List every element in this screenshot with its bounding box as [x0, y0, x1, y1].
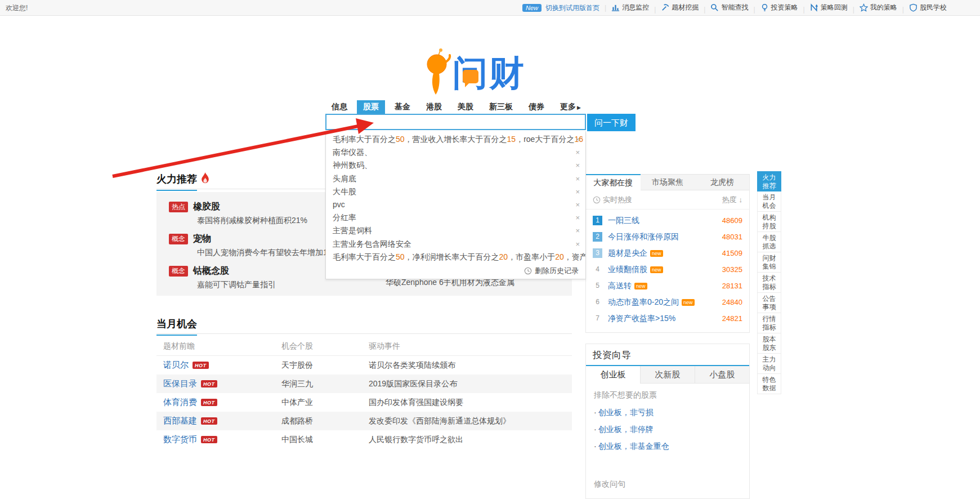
new-badge: new — [682, 299, 695, 306]
theme-link[interactable]: 体育消费 HOT — [163, 397, 281, 408]
trending-item: 4 业绩翻倍股new 30325 — [593, 261, 742, 278]
history-item[interactable]: 主营是饲料× — [326, 224, 585, 237]
search-tab-基金[interactable]: 基金 — [388, 100, 417, 114]
search-tab-更多[interactable]: 更多▶ — [554, 100, 587, 114]
theme-link[interactable]: 西部基建 HOT — [163, 416, 281, 426]
clear-history-button[interactable]: 删除历史记录 — [326, 264, 585, 279]
close-icon[interactable]: × — [575, 159, 580, 172]
side-nav-公告事项[interactable]: 公告事项 — [757, 293, 781, 313]
history-item[interactable]: 南华仪器、× — [326, 146, 585, 159]
stock-cell[interactable]: 成都路桥 — [281, 416, 369, 426]
guide-query-link[interactable]: 创业板，非停牌 — [594, 421, 741, 438]
trending-link[interactable]: 动态市盈率0-20之间new — [608, 297, 722, 308]
star-icon — [860, 3, 868, 12]
heat-value: 24821 — [722, 314, 742, 323]
stock-cell[interactable]: 华润三九 — [281, 379, 369, 389]
table-row: 诺贝尔 HOT 天宇股份 诺贝尔各类奖项陆续颁布 — [156, 356, 572, 375]
hot-item-name[interactable]: 宠物 — [193, 233, 211, 245]
top-nav-magnifier[interactable]: 智能查找 — [710, 3, 748, 12]
table-header-row: 题材前瞻机会个股驱动事件 — [156, 337, 572, 356]
side-nav-问财集锦[interactable]: 问财集锦 — [757, 252, 781, 273]
theme-link[interactable]: 数字货币 HOT — [163, 434, 281, 445]
history-item[interactable]: pvc× — [326, 198, 585, 211]
trending-list: 1 一阳三线 486092 今日涨停和涨停原因 480313 题材是央企new … — [586, 210, 749, 332]
close-icon[interactable]: × — [575, 146, 580, 159]
close-icon[interactable]: × — [575, 185, 580, 198]
guide-tab-次新股[interactable]: 次新股 — [640, 366, 695, 384]
trending-item: 1 一阳三线 48609 — [593, 212, 742, 229]
trending-link[interactable]: 高送转new — [608, 281, 722, 291]
search-input[interactable] — [325, 114, 586, 130]
trending-tab-市场聚焦[interactable]: 市场聚焦 — [641, 174, 695, 190]
close-icon[interactable]: × — [575, 198, 580, 211]
search-tab-美股[interactable]: 美股 — [451, 100, 480, 114]
logo-speech-bubble-icon — [463, 70, 478, 83]
rank-badge: 3 — [593, 248, 602, 258]
search-tab-股票[interactable]: 股票 — [357, 100, 385, 114]
top-nav-star[interactable]: 我的策略 — [860, 3, 897, 12]
side-nav-主力动向[interactable]: 主力动向 — [757, 354, 781, 374]
hot-item-name[interactable]: 橡胶股 — [193, 201, 220, 213]
stock-cell[interactable]: 中体产业 — [281, 398, 369, 408]
realtime-hot-label: 实时热搜 — [603, 195, 632, 205]
history-item[interactable]: 头肩底× — [326, 172, 585, 185]
close-icon[interactable]: × — [575, 238, 580, 251]
side-nav-特色数据[interactable]: 特色数据 — [757, 374, 781, 394]
trending-link[interactable]: 一阳三线 — [608, 216, 722, 226]
search-tab-新三板[interactable]: 新三板 — [483, 100, 519, 114]
side-nav-牛股抓选[interactable]: 牛股抓选 — [757, 232, 781, 252]
history-item[interactable]: 分红率× — [326, 211, 585, 224]
search-tab-信息[interactable]: 信息 — [325, 100, 353, 114]
top-nav-chart[interactable]: 消息监控 — [611, 3, 649, 12]
side-nav-技术指标[interactable]: 技术指标 — [757, 273, 781, 293]
history-item[interactable]: 大牛股× — [326, 185, 585, 198]
top-nav-shield[interactable]: 股民学校 — [909, 3, 947, 12]
theme-link[interactable]: 医保目录 HOT — [163, 378, 281, 389]
close-icon[interactable]: × — [575, 172, 580, 185]
trending-tab-大家都在搜[interactable]: 大家都在搜 — [586, 174, 641, 190]
switch-version-link[interactable]: 切换到试用版首页 — [545, 3, 599, 13]
history-item[interactable]: 毛利率大于百分之50，净利润增长率大于百分之20，市盈率小于20，资产负× — [326, 251, 585, 264]
divider: | — [803, 6, 805, 14]
history-item[interactable]: 神州数码、× — [326, 159, 585, 172]
guide-query-link[interactable]: 创业板，非亏损 — [594, 404, 741, 421]
guide-tab-创业板[interactable]: 创业板 — [586, 366, 640, 384]
guide-tab-小盘股[interactable]: 小盘股 — [695, 366, 749, 384]
trending-link[interactable]: 今日涨停和涨停原因 — [608, 232, 722, 242]
side-nav-行情指标[interactable]: 行情指标 — [757, 313, 781, 333]
close-icon[interactable]: × — [575, 211, 580, 224]
side-nav-火力推荐[interactable]: 火力推荐 — [757, 171, 781, 191]
guide-query-link[interactable]: 创业板，非基金重仓 — [594, 438, 741, 455]
stock-cell[interactable]: 中国长城 — [281, 435, 369, 445]
side-nav-机构持股[interactable]: 机构持股 — [757, 212, 781, 232]
side-nav-当月机会[interactable]: 当月机会 — [757, 191, 781, 212]
stock-cell[interactable]: 天宇股份 — [281, 360, 369, 371]
rank-badge: 1 — [593, 216, 602, 225]
history-item[interactable]: 主营业务包含网络安全× — [326, 238, 585, 251]
history-item[interactable]: 毛利率大于百分之50，营业收入增长率大于百分之15，roe大于百分之16× — [326, 133, 585, 146]
close-icon[interactable]: × — [575, 224, 580, 237]
more-arrow-icon: ▶ — [577, 105, 581, 110]
close-icon[interactable]: × — [575, 251, 580, 264]
hot-item-name[interactable]: 钴概念股 — [193, 265, 229, 277]
wencai-logo[interactable]: 问财 — [421, 48, 545, 97]
close-icon[interactable]: × — [575, 133, 580, 146]
search-tab-债券[interactable]: 债券 — [522, 100, 551, 114]
trending-link[interactable]: 题材是央企new — [608, 248, 722, 259]
top-nav-backtest[interactable]: 策略回测 — [810, 3, 848, 12]
heat-value: 28131 — [722, 282, 742, 290]
top-nav-pickaxe[interactable]: 题材挖掘 — [661, 3, 699, 12]
side-nav-股本股东[interactable]: 股本股东 — [757, 333, 781, 354]
trending-link[interactable]: 净资产收益率>15% — [608, 314, 722, 324]
new-badge: new — [634, 283, 647, 289]
heat-sort[interactable]: 热度 ↓ — [722, 195, 743, 205]
trending-tab-龙虎榜[interactable]: 龙虎榜 — [695, 174, 749, 190]
top-nav-label: 题材挖掘 — [672, 3, 699, 12]
trending-link[interactable]: 业绩翻倍股new — [608, 265, 722, 275]
theme-link[interactable]: 诺贝尔 HOT — [163, 360, 281, 371]
top-nav-label: 消息监控 — [622, 3, 649, 12]
ask-button[interactable]: 问一下财 — [587, 114, 636, 131]
search-tab-港股[interactable]: 港股 — [420, 100, 448, 114]
trending-panel: 大家都在搜市场聚焦龙虎榜 实时热搜 热度 ↓ 1 一阳三线 486092 今日涨… — [585, 174, 750, 333]
top-nav-bulb[interactable]: 投资策略 — [760, 3, 798, 12]
